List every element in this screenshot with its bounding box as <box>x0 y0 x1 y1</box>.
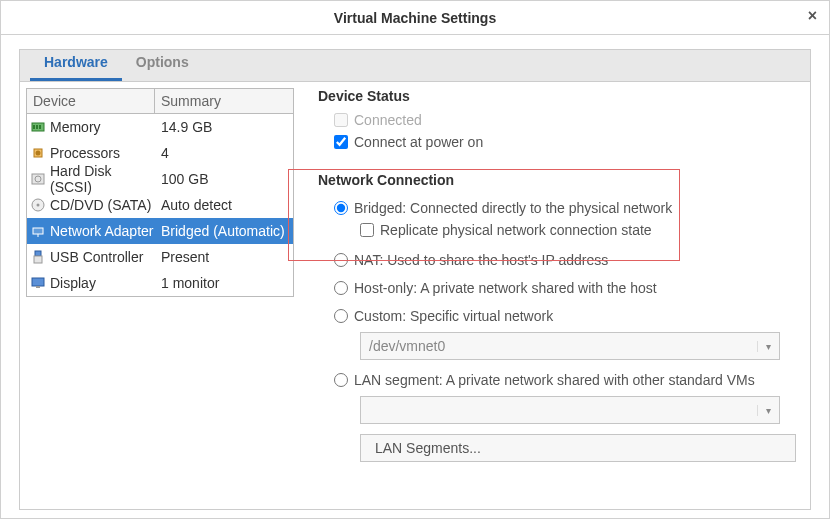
device-status-title: Device Status <box>318 88 796 104</box>
display-icon <box>31 276 45 290</box>
cell-device: CD/DVD (SATA) <box>50 197 151 213</box>
vm-settings-window: Virtual Machine Settings × Hardware Opti… <box>0 0 830 519</box>
chevron-down-icon: ▾ <box>757 341 771 352</box>
row-cddvd[interactable]: CD/DVD (SATA) Auto detect <box>27 192 293 218</box>
radio-custom-line[interactable]: Custom: Specific virtual network <box>334 308 796 324</box>
row-network-adapter[interactable]: Network Adapter Bridged (Automatic) <box>27 218 293 244</box>
window-title: Virtual Machine Settings <box>334 10 496 26</box>
cell-device: Network Adapter <box>50 223 154 239</box>
custom-vmnet-value: /dev/vmnet0 <box>369 338 445 354</box>
cell-summary: 4 <box>155 145 293 161</box>
hdd-icon <box>31 172 45 186</box>
svg-rect-13 <box>34 256 42 263</box>
radio-bridged[interactable] <box>334 201 348 215</box>
svg-rect-15 <box>36 286 40 288</box>
cell-summary: Bridged (Automatic) <box>155 223 293 239</box>
replicate-line[interactable]: Replicate physical network connection st… <box>360 222 796 238</box>
disc-icon <box>31 198 45 212</box>
device-details: Device Status Connected Connect at power… <box>300 82 810 509</box>
chevron-down-icon: ▾ <box>757 405 771 416</box>
cell-summary: 1 monitor <box>155 275 293 291</box>
connected-checkbox-line[interactable]: Connected <box>334 112 796 128</box>
radio-nat-label: NAT: Used to share the host's IP address <box>354 252 608 268</box>
connect-poweron-line[interactable]: Connect at power on <box>334 134 796 150</box>
replicate-label: Replicate physical network connection st… <box>380 222 652 238</box>
cell-summary: Present <box>155 249 293 265</box>
connected-checkbox[interactable] <box>334 113 348 127</box>
svg-rect-2 <box>36 125 38 129</box>
connect-poweron-checkbox[interactable] <box>334 135 348 149</box>
radio-nat[interactable] <box>334 253 348 267</box>
cell-device: USB Controller <box>50 249 143 265</box>
svg-rect-12 <box>35 251 41 256</box>
radio-lansegment[interactable] <box>334 373 348 387</box>
column-header-device[interactable]: Device <box>27 89 155 113</box>
radio-hostonly[interactable] <box>334 281 348 295</box>
cpu-icon <box>31 146 45 160</box>
network-icon <box>31 224 45 238</box>
network-connection-title: Network Connection <box>318 172 796 188</box>
svg-rect-14 <box>32 278 44 286</box>
row-memory[interactable]: Memory 14.9 GB <box>27 114 293 140</box>
titlebar: Virtual Machine Settings × <box>1 1 829 35</box>
radio-nat-line[interactable]: NAT: Used to share the host's IP address <box>334 252 796 268</box>
tab-options[interactable]: Options <box>122 48 203 81</box>
radio-bridged-label: Bridged: Connected directly to the physi… <box>354 200 672 216</box>
cell-device: Memory <box>50 119 101 135</box>
cell-device: Processors <box>50 145 120 161</box>
radio-custom-label: Custom: Specific virtual network <box>354 308 553 324</box>
column-header-summary[interactable]: Summary <box>155 89 293 113</box>
cell-summary: 14.9 GB <box>155 119 293 135</box>
svg-point-5 <box>36 151 41 156</box>
radio-bridged-line[interactable]: Bridged: Connected directly to the physi… <box>334 200 796 216</box>
lansegment-dropdown[interactable]: ▾ <box>360 396 780 424</box>
usb-icon <box>31 250 45 264</box>
cell-summary: 100 GB <box>155 171 293 187</box>
radio-lansegment-line[interactable]: LAN segment: A private network shared wi… <box>334 372 796 388</box>
svg-rect-1 <box>33 125 35 129</box>
memory-icon <box>31 120 45 134</box>
svg-point-9 <box>37 204 40 207</box>
radio-hostonly-line[interactable]: Host-only: A private network shared with… <box>334 280 796 296</box>
connect-poweron-label: Connect at power on <box>354 134 483 150</box>
row-harddisk[interactable]: Hard Disk (SCSI) 100 GB <box>27 166 293 192</box>
device-list: Device Summary Memory 14.9 GB Processors… <box>20 82 300 509</box>
tab-bar: Hardware Options <box>19 49 811 81</box>
cell-device: Display <box>50 275 96 291</box>
cell-summary: Auto detect <box>155 197 293 213</box>
svg-rect-3 <box>39 125 41 129</box>
radio-lansegment-label: LAN segment: A private network shared wi… <box>354 372 755 388</box>
cell-device: Hard Disk (SCSI) <box>50 163 155 195</box>
tab-hardware[interactable]: Hardware <box>30 48 122 81</box>
radio-hostonly-label: Host-only: A private network shared with… <box>354 280 657 296</box>
radio-custom[interactable] <box>334 309 348 323</box>
svg-rect-10 <box>33 228 43 234</box>
close-icon[interactable]: × <box>808 7 817 25</box>
row-display[interactable]: Display 1 monitor <box>27 270 293 296</box>
custom-vmnet-dropdown[interactable]: /dev/vmnet0 ▾ <box>360 332 780 360</box>
row-usb-controller[interactable]: USB Controller Present <box>27 244 293 270</box>
replicate-checkbox[interactable] <box>360 223 374 237</box>
lan-segments-button[interactable]: LAN Segments... <box>360 434 796 462</box>
connected-label: Connected <box>354 112 422 128</box>
